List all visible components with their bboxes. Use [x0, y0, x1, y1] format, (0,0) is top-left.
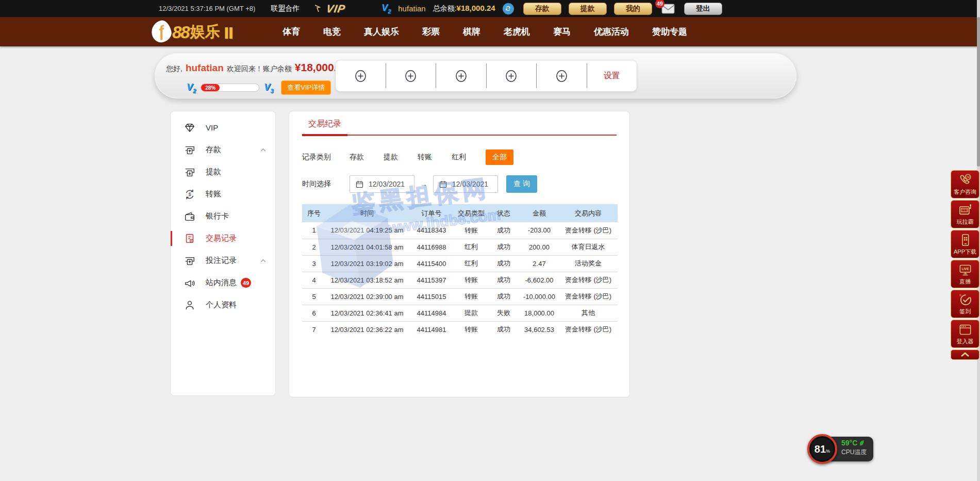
col-type: 交易类型: [455, 204, 488, 222]
table-row: 1 12/03/2021 04:19:25 am 44118343 转账 成功 …: [302, 222, 618, 239]
settings-button[interactable]: 设置: [587, 71, 637, 81]
cell-status: 成功: [488, 272, 520, 288]
live-stream-button[interactable]: LIVE 直播: [951, 260, 979, 288]
cpu-temp-label: CPU温度: [841, 448, 867, 457]
messages-button[interactable]: 49: [661, 4, 675, 14]
sidebar-item-withdraw[interactable]: 提款: [171, 161, 275, 183]
quick-add-button-5[interactable]: [537, 69, 587, 83]
sidebar-menu: VIP 存款 提款 $ 转账 银行卡 交易记录 投注记录 站内消息 49 个人资…: [170, 111, 276, 396]
cell-order: 44114981: [408, 321, 455, 338]
cell-no: 7: [302, 321, 326, 338]
vip-level-current: V2: [187, 82, 196, 94]
cell-amount: 2.47: [520, 255, 559, 272]
diamond-icon: [184, 122, 195, 134]
nav-item-esports[interactable]: 电竞: [323, 26, 341, 38]
cell-no: 6: [302, 305, 326, 321]
site-logo[interactable]: ƒ 88 娱乐 Ⅱ: [152, 21, 234, 42]
filter-label: 记录类别: [302, 153, 331, 162]
svg-text:24: 24: [966, 175, 970, 178]
cell-status: 成功: [488, 321, 520, 338]
quick-add-button-2[interactable]: [386, 69, 436, 83]
date-to-input[interactable]: 12/03/2021: [433, 175, 498, 193]
slots-button[interactable]: 777 玩拉霸: [951, 200, 979, 228]
withdraw-button[interactable]: 提款: [569, 3, 607, 15]
filter-withdraw[interactable]: 提款: [384, 153, 398, 162]
vip-detail-button[interactable]: 查看VIP详情: [281, 80, 331, 95]
transfer-dollar-icon: $: [184, 189, 195, 200]
calendar-icon: [355, 180, 364, 189]
quick-add-button-3[interactable]: [436, 69, 486, 83]
cell-order: 44116988: [408, 239, 455, 255]
sidebar-item-deposit[interactable]: 存款: [171, 139, 275, 161]
nav-item-horse-racing[interactable]: 赛马: [553, 26, 571, 38]
cell-type: 红利: [455, 255, 488, 272]
col-content: 交易内容: [559, 204, 618, 222]
nav-item-live-casino[interactable]: 真人娱乐: [364, 26, 399, 38]
cell-time: 12/03/2021 02:36:22 am: [326, 321, 408, 338]
cell-amount: 18,000.00: [520, 305, 559, 321]
check-in-button[interactable]: 签到: [951, 290, 979, 318]
deposit-button[interactable]: 存款: [523, 3, 561, 15]
filter-all[interactable]: 全部: [486, 150, 513, 165]
atm-deposit-icon: [184, 144, 195, 156]
nav-item-board-games[interactable]: 棋牌: [463, 26, 480, 38]
cell-time: 12/03/2021 03:19:02 am: [326, 255, 408, 272]
refresh-balance-button[interactable]: [503, 3, 514, 14]
cell-no: 3: [302, 255, 326, 272]
nav-item-slots[interactable]: 老虎机: [504, 26, 530, 38]
quick-add-button-4[interactable]: [487, 69, 537, 83]
chevron-up-icon[interactable]: [260, 148, 266, 152]
cell-amount: 200.00: [520, 239, 559, 255]
table-row: 4 12/03/2021 03:18:52 am 44115397 转账 成功 …: [302, 272, 618, 288]
query-button[interactable]: 查 询: [506, 175, 537, 193]
sidebar-item-bank-card[interactable]: 银行卡: [171, 205, 275, 227]
main-nav: 体育 电竞 真人娱乐 彩票 棋牌 老虎机 赛马 优惠活动 赞助专题: [283, 17, 687, 46]
app-download-button[interactable]: APP下载: [951, 230, 979, 258]
nav-item-sports[interactable]: 体育: [283, 26, 300, 38]
scrollbar-thumb[interactable]: [977, 17, 980, 167]
collapse-sidebar-button[interactable]: [951, 350, 979, 360]
document-record-icon: [184, 233, 195, 244]
cell-status: 成功: [488, 255, 520, 272]
table-row: 5 12/03/2021 02:39:00 am 44115015 转账 成功 …: [302, 288, 618, 305]
sidebar-item-messages[interactable]: 站内消息 49: [171, 272, 275, 294]
record-type-filter-row: 记录类别 存款 提款 转账 红利 全部: [302, 150, 617, 165]
sidebar-item-profile[interactable]: 个人资料: [171, 294, 275, 316]
cell-content: 体育日返水: [559, 239, 618, 255]
mine-button[interactable]: 我的: [614, 3, 652, 15]
refresh-icon: [505, 5, 511, 12]
sidebar-item-transaction-records[interactable]: 交易记录: [171, 227, 275, 250]
greeting-prefix: 您好,: [166, 64, 182, 74]
vip-progress-bar: 28%: [201, 84, 259, 92]
nav-item-promotions[interactable]: 优惠活动: [594, 26, 629, 38]
affiliate-link[interactable]: 联盟合作: [271, 4, 300, 13]
atm-bet-icon: [184, 255, 195, 267]
nav-item-lottery[interactable]: 彩票: [422, 26, 440, 38]
cell-amount: 34,602.53: [520, 321, 559, 338]
megaphone-icon: [184, 277, 195, 289]
mobile-app-icon: [958, 233, 972, 247]
filter-bonus[interactable]: 红利: [452, 153, 466, 162]
tab-transaction-records[interactable]: 交易纪录: [302, 111, 347, 136]
check-circle-icon: [958, 293, 972, 307]
date-from-input[interactable]: 12/03/2021: [350, 175, 414, 193]
sidebar-item-vip[interactable]: VIP: [171, 117, 275, 139]
sidebar-item-transfer[interactable]: $ 转账: [171, 183, 275, 205]
quick-add-button-1[interactable]: [336, 69, 386, 83]
table-row: 3 12/03/2021 03:19:02 am 44115400 红利 成功 …: [302, 255, 618, 272]
col-status: 状态: [488, 204, 520, 222]
vip-level-next: V3: [264, 82, 273, 94]
filter-transfer[interactable]: 转账: [418, 153, 432, 162]
col-amount: 金额: [520, 204, 559, 222]
chevron-up-icon[interactable]: [260, 259, 266, 262]
customer-service-button[interactable]: 24 客户咨询: [951, 170, 979, 198]
nav-item-sponsorship[interactable]: 赞助专题: [652, 26, 687, 38]
date-label: 时间选择: [302, 179, 331, 189]
message-count-badge: 49: [655, 0, 665, 8]
plus-circle-icon: [555, 69, 569, 83]
launcher-button[interactable]: 登入器: [951, 320, 979, 348]
filter-deposit[interactable]: 存款: [350, 153, 364, 162]
sidebar-item-bet-records[interactable]: 投注记录: [171, 250, 275, 272]
logout-button[interactable]: 登出: [684, 3, 722, 15]
quick-actions-box: 设置: [335, 60, 637, 92]
